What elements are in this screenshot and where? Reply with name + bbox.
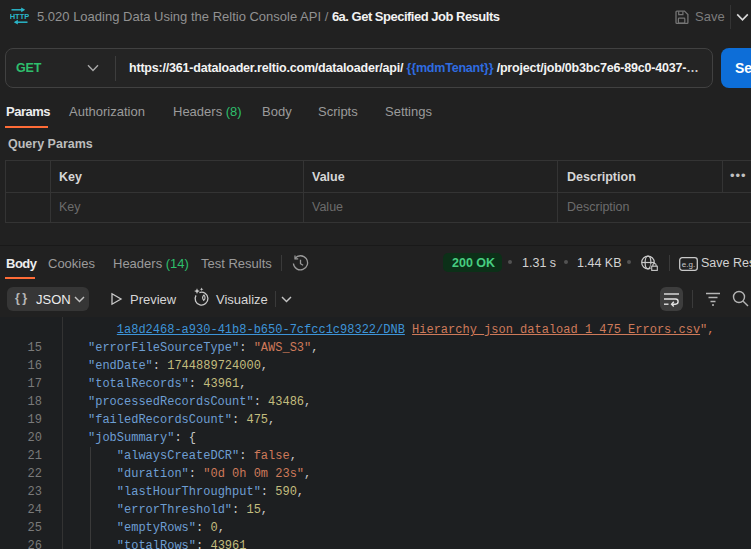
svg-text:e.g.: e.g. bbox=[682, 260, 695, 269]
svg-text:HTTP: HTTP bbox=[10, 12, 29, 21]
